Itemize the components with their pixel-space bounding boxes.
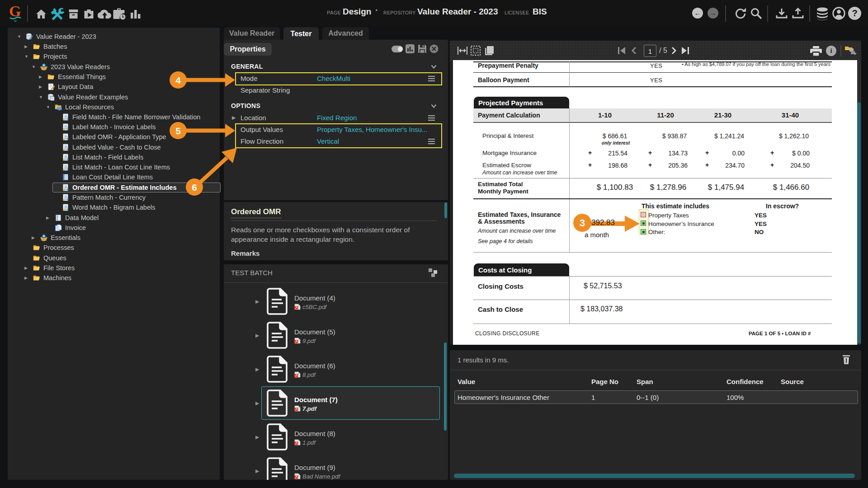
svg-text:3: 3: [580, 217, 585, 229]
